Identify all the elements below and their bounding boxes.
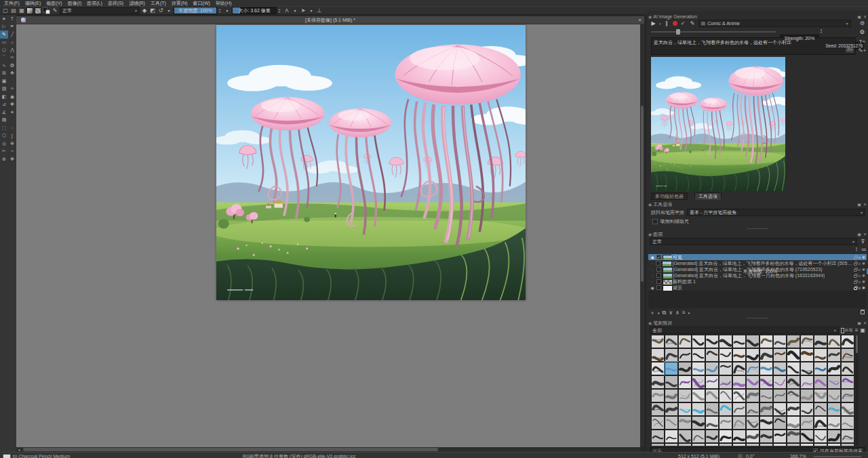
- duplicate-layer-icon[interactable]: ⧉: [663, 310, 667, 316]
- menu-item[interactable]: 窗口(W): [191, 0, 213, 6]
- menu-item[interactable]: 选择(S): [105, 0, 126, 6]
- brush-preset[interactable]: [800, 335, 814, 348]
- layer-checkbox[interactable]: [656, 285, 661, 290]
- layer-lock-icon[interactable]: [854, 281, 857, 284]
- brush-preset[interactable]: [651, 430, 665, 443]
- docker-pin-icon[interactable]: ◉: [648, 320, 652, 325]
- mirror-icon[interactable]: Λ: [283, 7, 290, 14]
- brush-preset[interactable]: [827, 389, 841, 402]
- panel-splitter[interactable]: [747, 318, 769, 318]
- brush-preset[interactable]: [827, 443, 841, 446]
- rectangle-tool-icon[interactable]: ▭: [0, 39, 8, 47]
- layer-row[interactable]: ○[Generated] 蓝天白云，绿草地上，飞翔着许多粉色的水母，远处有一个小…: [648, 260, 867, 266]
- snap-checkbox[interactable]: [652, 219, 658, 224]
- ellipse-select-tool-icon[interactable]: ◌: [8, 124, 16, 132]
- chevron-down-icon[interactable]: ▾: [165, 7, 172, 14]
- pattern-swatch[interactable]: [35, 7, 41, 14]
- size-spinbox[interactable]: 大小: 3.62 像素: [232, 7, 277, 14]
- contiguous-select-tool-icon[interactable]: ◎: [0, 140, 8, 148]
- layer-lock-icon[interactable]: [854, 269, 857, 272]
- brush-preview-chip[interactable]: [3, 454, 11, 458]
- ellipse-tool-icon[interactable]: ○: [8, 39, 16, 47]
- brush-preset[interactable]: [705, 375, 719, 389]
- brush-preset[interactable]: [814, 416, 827, 430]
- brush-preset[interactable]: [800, 443, 814, 446]
- brush-preset[interactable]: [787, 402, 800, 416]
- float-panel-icon[interactable]: ▣: [857, 320, 861, 325]
- status-brush-name[interactable]: b) Charcoal Pencil Medium: [13, 454, 70, 458]
- menu-item[interactable]: 编辑(E): [22, 0, 43, 6]
- brush-preset[interactable]: [692, 335, 705, 348]
- brush-preset[interactable]: [814, 348, 827, 362]
- brush-preset[interactable]: [787, 430, 800, 443]
- polyline-tool-icon[interactable]: ⋀: [8, 46, 16, 54]
- menu-item[interactable]: 文件(F): [1, 0, 22, 6]
- brush-preset[interactable]: [651, 416, 665, 430]
- brush-preset[interactable]: [827, 362, 841, 375]
- brush-preset[interactable]: [732, 348, 746, 362]
- calligraphy-tool-icon[interactable]: ✒: [8, 23, 16, 31]
- freehand-path-tool-icon[interactable]: ✑: [8, 54, 16, 62]
- chevron-down-icon[interactable]: ▾: [224, 7, 231, 14]
- apply-icon[interactable]: ✓: [679, 20, 687, 27]
- brush-preset[interactable]: [732, 335, 746, 348]
- brush-preset[interactable]: [678, 443, 692, 446]
- brush-preset[interactable]: [732, 416, 746, 430]
- layer-property-icons[interactable]: α✱: [854, 267, 866, 272]
- hscroll-thumb[interactable]: [23, 448, 438, 451]
- polygon-tool-icon[interactable]: ⬠: [0, 46, 8, 54]
- close-panel-icon[interactable]: ✕: [863, 320, 867, 325]
- brush-preset[interactable]: [787, 443, 800, 446]
- move-layer-up-icon[interactable]: ∧: [675, 310, 679, 316]
- polygon-select-tool-icon[interactable]: ⬡: [0, 132, 8, 140]
- alpha-lock-icon[interactable]: α: [859, 255, 861, 259]
- text-tool-icon[interactable]: T: [8, 15, 16, 23]
- brush-preset[interactable]: [678, 416, 692, 430]
- brush-preset[interactable]: [705, 402, 719, 416]
- brush-preset[interactable]: [692, 416, 705, 430]
- layer-lock-icon[interactable]: [854, 263, 857, 266]
- strength-stepper[interactable]: ▲▼: [820, 28, 824, 34]
- brush-preset[interactable]: [746, 402, 760, 416]
- canvas-background[interactable]: [16, 24, 640, 447]
- brush-preset[interactable]: [841, 443, 854, 446]
- close-panel-icon[interactable]: ✕: [863, 232, 867, 236]
- pattern-direction-icon[interactable]: ➤: [300, 7, 307, 14]
- brush-preset[interactable]: [760, 375, 773, 389]
- brush-preset[interactable]: [665, 416, 678, 430]
- brush-preset[interactable]: [665, 430, 678, 443]
- docker-pin-icon[interactable]: ◉: [648, 202, 652, 207]
- layer-checkbox[interactable]: [656, 261, 660, 266]
- layer-blend-dropdown[interactable]: 正常 ▾: [650, 238, 857, 245]
- close-panel-icon[interactable]: ✕: [863, 14, 867, 19]
- magnetic-select-tool-icon[interactable]: ⌁: [8, 148, 16, 156]
- brush-preset[interactable]: [800, 430, 814, 443]
- brush-preset[interactable]: [800, 416, 814, 430]
- brush-preset[interactable]: [665, 402, 678, 416]
- layer-properties-icon[interactable]: ✱: [862, 261, 865, 266]
- brush-preset[interactable]: [760, 335, 773, 348]
- brush-preset[interactable]: [705, 416, 719, 430]
- alpha-lock-icon[interactable]: α: [859, 268, 861, 272]
- bezier-curve-tool-icon[interactable]: ⌒: [0, 54, 8, 62]
- brush-preset[interactable]: [665, 348, 678, 362]
- brush-preset[interactable]: [665, 389, 678, 402]
- brush-preset[interactable]: [746, 430, 760, 443]
- brush-preset[interactable]: [732, 362, 746, 375]
- layer-property-icons[interactable]: α✱: [854, 255, 866, 259]
- menu-item[interactable]: 帮助(H): [213, 0, 235, 6]
- brush-preset[interactable]: [719, 389, 732, 402]
- brush-preset[interactable]: [814, 402, 827, 416]
- brush-preset[interactable]: [665, 362, 678, 375]
- fill-tool-icon[interactable]: ◧: [0, 93, 8, 101]
- gradient-swatch[interactable]: [26, 7, 33, 14]
- layer-visibility-icon[interactable]: ○: [650, 262, 654, 266]
- brush-preset[interactable]: [841, 348, 854, 362]
- layer-visibility-icon[interactable]: ◉: [650, 285, 655, 290]
- brush-preset[interactable]: [760, 430, 773, 443]
- float-panel-icon[interactable]: ▣: [857, 232, 861, 236]
- brush-preset[interactable]: [746, 335, 760, 348]
- layer-checkbox[interactable]: [656, 279, 661, 284]
- layer-visibility-icon[interactable]: ○: [650, 268, 655, 272]
- rotation-dial-icon[interactable]: [738, 454, 743, 458]
